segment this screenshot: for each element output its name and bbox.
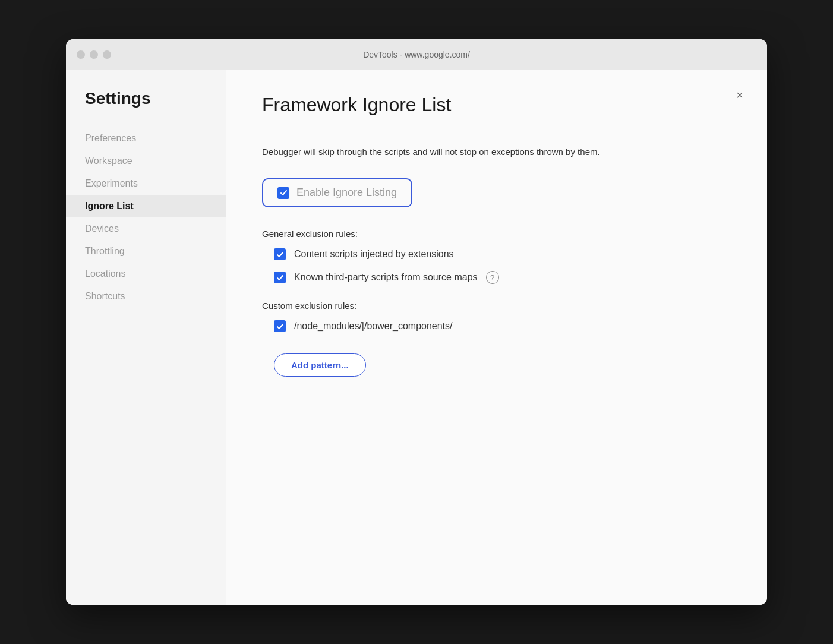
divider (262, 128, 731, 128)
sidebar-heading: Settings (66, 89, 226, 127)
sidebar-item-experiments[interactable]: Experiments (66, 172, 226, 195)
devtools-window: DevTools - www.google.com/ Settings Pref… (66, 39, 767, 605)
page-title: Framework Ignore List (262, 94, 731, 116)
sidebar-item-locations[interactable]: Locations (66, 263, 226, 285)
rule-third-party-scripts-label: Known third-party scripts from source ma… (294, 272, 478, 283)
enable-ignore-listing-container[interactable]: Enable Ignore Listing (262, 178, 412, 207)
general-exclusion-section: General exclusion rules: Content scripts… (262, 229, 731, 284)
sidebar-item-throttling[interactable]: Throttling (66, 240, 226, 263)
add-pattern-button[interactable]: Add pattern... (274, 353, 366, 377)
description: Debugger will skip through the scripts a… (262, 145, 666, 159)
main-content: × Framework Ignore List Debugger will sk… (226, 70, 767, 605)
rule-node-modules: /node_modules/|/bower_components/ (262, 320, 731, 332)
custom-exclusion-section: Custom exclusion rules: /node_modules/|/… (262, 301, 731, 332)
window-controls (77, 50, 111, 59)
rule-node-modules-checkbox[interactable] (274, 320, 286, 332)
rule-content-scripts-label: Content scripts injected by extensions (294, 249, 454, 260)
sidebar: Settings Preferences Workspace Experimen… (66, 70, 226, 605)
rule-content-scripts-checkbox[interactable] (274, 248, 286, 260)
custom-exclusion-label: Custom exclusion rules: (262, 301, 731, 311)
maximize-traffic-light[interactable] (103, 50, 111, 59)
close-button[interactable]: × (736, 89, 743, 101)
enable-ignore-listing-checkbox[interactable] (277, 187, 289, 199)
content-area: Settings Preferences Workspace Experimen… (66, 70, 767, 605)
titlebar: DevTools - www.google.com/ (66, 39, 767, 70)
general-exclusion-label: General exclusion rules: (262, 229, 731, 239)
window-title: DevTools - www.google.com/ (363, 50, 470, 59)
minimize-traffic-light[interactable] (90, 50, 98, 59)
help-icon[interactable]: ? (486, 271, 499, 284)
sidebar-item-shortcuts[interactable]: Shortcuts (66, 285, 226, 308)
rule-content-scripts: Content scripts injected by extensions (262, 248, 731, 260)
rule-node-modules-label: /node_modules/|/bower_components/ (294, 321, 453, 332)
enable-ignore-listing-label: Enable Ignore Listing (296, 187, 397, 199)
rule-third-party-scripts-checkbox[interactable] (274, 272, 286, 283)
sidebar-item-preferences[interactable]: Preferences (66, 127, 226, 150)
sidebar-item-ignore-list[interactable]: Ignore List (66, 195, 226, 217)
sidebar-item-devices[interactable]: Devices (66, 217, 226, 240)
close-traffic-light[interactable] (77, 50, 85, 59)
rule-third-party-scripts: Known third-party scripts from source ma… (262, 271, 731, 284)
sidebar-item-workspace[interactable]: Workspace (66, 150, 226, 172)
